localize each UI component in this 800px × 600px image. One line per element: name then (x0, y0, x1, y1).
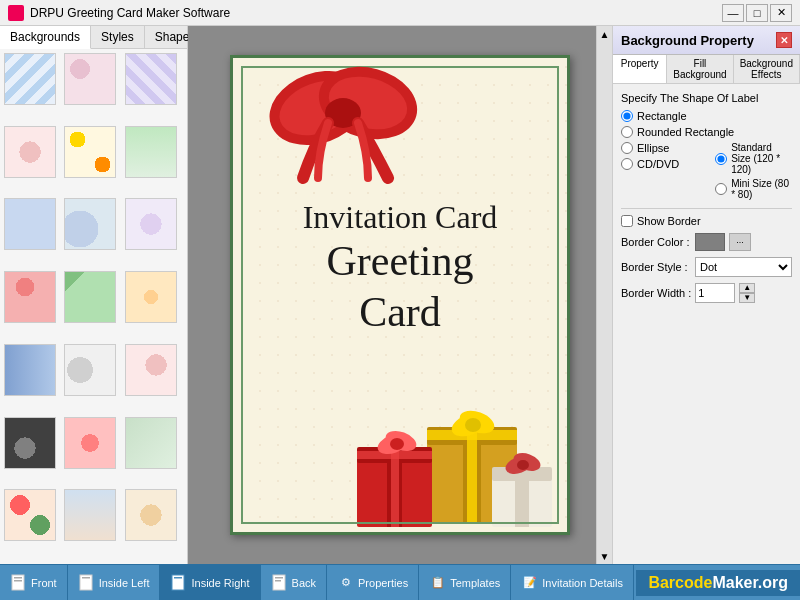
card-wrapper: Invitation Card Greeting Card (230, 55, 570, 535)
invitation-details-button[interactable]: 📝 Invitation Details (511, 565, 634, 600)
radio-cddvd-label: CD/DVD (637, 158, 679, 170)
bg-thumb-20[interactable] (64, 489, 116, 541)
title-bar-controls: — □ ✕ (722, 4, 792, 22)
bg-thumb-10[interactable] (4, 271, 56, 323)
svg-rect-28 (14, 577, 22, 579)
maximize-button[interactable]: □ (746, 4, 768, 22)
border-width-down[interactable]: ▼ (739, 293, 755, 303)
radio-rounded-rect-input[interactable] (621, 126, 633, 138)
radio-ellipse-input[interactable] (621, 142, 633, 154)
bg-thumb-9[interactable] (125, 198, 177, 250)
bg-thumb-16[interactable] (4, 417, 56, 469)
close-panel-button[interactable]: ✕ (776, 32, 792, 48)
bg-thumb-18[interactable] (125, 417, 177, 469)
panel-tab-effects[interactable]: Background Effects (734, 55, 800, 83)
radio-ellipse-label: Ellipse (637, 142, 669, 154)
border-color-picker-button[interactable]: ··· (729, 233, 751, 251)
radio-standard-size[interactable]: Standard Size (120 * 120) (715, 142, 792, 175)
bg-thumb-6[interactable] (125, 126, 177, 178)
greeting-card[interactable]: Invitation Card Greeting Card (230, 55, 570, 535)
inside-right-icon (170, 574, 188, 592)
bg-thumb-4[interactable] (4, 126, 56, 178)
radio-rectangle-input[interactable] (621, 110, 633, 122)
scroll-up-arrow[interactable]: ▲ (597, 26, 613, 42)
inside-right-button[interactable]: Inside Right (160, 565, 260, 600)
border-color-label: Border Color : (621, 236, 691, 248)
panel-title: Background Property (621, 33, 754, 48)
bg-thumb-3[interactable] (125, 53, 177, 105)
radio-ellipse[interactable]: Ellipse (621, 142, 679, 154)
show-border-input[interactable] (621, 215, 633, 227)
bg-thumb-1[interactable] (4, 53, 56, 105)
radio-cddvd[interactable]: CD/DVD (621, 158, 679, 170)
panel-tab-fill[interactable]: Fill Background (667, 55, 733, 83)
shape-section-label: Specify The Shape Of Label (621, 92, 792, 104)
front-label: Front (31, 577, 57, 589)
properties-icon: ⚙ (337, 574, 355, 592)
bg-thumb-7[interactable] (4, 198, 56, 250)
ellipse-cddvd-group: Ellipse CD/DVD Standard Size (120 * 120) (621, 142, 792, 200)
bottom-bar: Front Inside Left Inside Right Back (0, 564, 800, 600)
bg-thumb-19[interactable] (4, 489, 56, 541)
bg-thumb-21[interactable] (125, 489, 177, 541)
back-button[interactable]: Back (261, 565, 327, 600)
card-text: Invitation Card Greeting Card (253, 198, 547, 337)
bg-thumb-2[interactable] (64, 53, 116, 105)
radio-rectangle-label: Rectangle (637, 110, 687, 122)
panel-tabs: Property Fill Background Background Effe… (613, 55, 800, 84)
tab-backgrounds[interactable]: Backgrounds (0, 26, 91, 49)
border-style-select[interactable]: Dot Solid Dash DashDot DashDotDot (695, 257, 792, 277)
panel-tab-property[interactable]: Property (613, 55, 667, 83)
invitation-details-label: Invitation Details (542, 577, 623, 589)
border-width-spinner: ▲ ▼ (739, 283, 755, 303)
cd-size-options: Standard Size (120 * 120) Mini Size (80 … (715, 142, 792, 200)
show-border-checkbox[interactable]: Show Border (621, 215, 792, 227)
app-title: DRPU Greeting Card Maker Software (30, 6, 230, 20)
front-icon (10, 574, 28, 592)
border-color-swatch[interactable] (695, 233, 725, 251)
close-button[interactable]: ✕ (770, 4, 792, 22)
background-grid (0, 49, 187, 564)
minimize-button[interactable]: — (722, 4, 744, 22)
card-line1: Invitation Card (253, 198, 547, 236)
templates-button[interactable]: 📋 Templates (419, 565, 511, 600)
border-width-input[interactable] (695, 283, 735, 303)
card-line3: Card (253, 287, 547, 337)
bg-thumb-8[interactable] (64, 198, 116, 250)
radio-rounded-rect-label: Rounded Rectangle (637, 126, 734, 138)
border-style-label: Border Style : (621, 261, 691, 273)
svg-rect-35 (275, 577, 283, 579)
inside-left-button[interactable]: Inside Left (68, 565, 161, 600)
right-panel-header: Background Property ✕ (613, 26, 800, 55)
radio-standard-size-input[interactable] (715, 153, 727, 165)
canvas-scrollbar[interactable]: ▲ ▼ (596, 26, 612, 564)
barcode-badge: BarcodeMaker.org (636, 570, 800, 596)
bg-thumb-11[interactable] (64, 271, 116, 323)
bg-thumb-17[interactable] (64, 417, 116, 469)
border-width-up[interactable]: ▲ (739, 283, 755, 293)
bg-thumb-13[interactable] (4, 344, 56, 396)
radio-mini-size-input[interactable] (715, 183, 727, 195)
radio-rounded-rect[interactable]: Rounded Rectangle (621, 126, 792, 138)
svg-rect-29 (14, 580, 22, 582)
bg-thumb-12[interactable] (125, 271, 177, 323)
radio-rectangle[interactable]: Rectangle (621, 110, 792, 122)
tab-styles[interactable]: Styles (91, 26, 145, 48)
svg-point-20 (390, 438, 404, 450)
divider-1 (621, 208, 792, 209)
bg-thumb-15[interactable] (125, 344, 177, 396)
left-panel: Backgrounds Styles Shapes (0, 26, 188, 564)
left-panel-tabs: Backgrounds Styles Shapes (0, 26, 187, 49)
bg-thumb-14[interactable] (64, 344, 116, 396)
svg-rect-33 (174, 577, 182, 579)
radio-mini-size[interactable]: Mini Size (80 * 80) (715, 178, 792, 200)
back-label: Back (292, 577, 316, 589)
inside-left-label: Inside Left (99, 577, 150, 589)
radio-cddvd-input[interactable] (621, 158, 633, 170)
front-button[interactable]: Front (0, 565, 68, 600)
card-line2: Greeting (253, 236, 547, 286)
bg-thumb-5[interactable] (64, 126, 116, 178)
inside-left-icon (78, 574, 96, 592)
properties-button[interactable]: ⚙ Properties (327, 565, 419, 600)
scroll-down-arrow[interactable]: ▼ (597, 548, 613, 564)
